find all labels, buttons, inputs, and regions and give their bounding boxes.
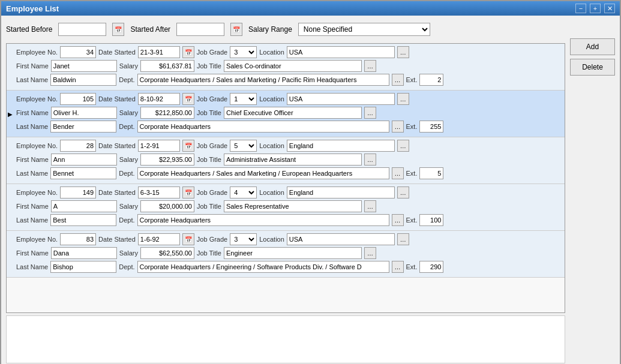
job-title-input[interactable] (224, 60, 362, 72)
emp-no-input[interactable] (60, 186, 96, 198)
ext-input[interactable] (419, 261, 443, 273)
date-calendar-button[interactable]: 📅 (182, 93, 194, 105)
location-input[interactable] (287, 186, 395, 198)
date-started-input[interactable] (138, 186, 180, 198)
started-after-calendar-button[interactable]: 📅 (230, 23, 242, 36)
date-started-label: Date Started (98, 236, 136, 243)
salary-input[interactable] (140, 247, 194, 259)
employee-record[interactable]: Employee No. Date Started 📅 Job Grade 12… (7, 231, 565, 278)
job-title-input[interactable] (224, 107, 362, 119)
job-grade-select[interactable]: 123456 (230, 186, 257, 198)
first-name-input[interactable] (51, 107, 117, 119)
salary-label: Salary (119, 62, 138, 70)
date-started-input[interactable] (138, 46, 180, 58)
date-calendar-button[interactable]: 📅 (182, 140, 194, 152)
location-input[interactable] (287, 46, 395, 58)
dept-input[interactable] (137, 121, 389, 133)
salary-input[interactable] (140, 154, 194, 166)
job-title-more-button[interactable]: … (364, 247, 376, 259)
maximize-button[interactable]: + (590, 4, 601, 13)
emp-no-input[interactable] (60, 93, 96, 105)
dept-more-button[interactable]: … (392, 214, 404, 226)
dept-input[interactable] (137, 74, 389, 86)
last-name-input[interactable] (50, 214, 116, 226)
dept-more-button[interactable]: … (392, 167, 404, 179)
date-calendar-button[interactable]: 📅 (182, 233, 194, 245)
location-more-button[interactable]: … (397, 140, 409, 152)
last-name-input[interactable] (50, 74, 116, 86)
employee-record[interactable]: Employee No. Date Started 📅 Job Grade 12… (7, 184, 565, 231)
date-calendar-button[interactable]: 📅 (182, 46, 194, 58)
started-before-calendar-button[interactable]: 📅 (112, 23, 124, 36)
employee-row-1: Employee No. Date Started 📅 Job Grade 12… (9, 140, 562, 152)
ext-input[interactable] (419, 121, 443, 133)
started-before-input[interactable] (58, 23, 106, 36)
ext-input[interactable] (419, 74, 443, 86)
job-grade-select[interactable]: 123456 (230, 46, 257, 58)
employees-list[interactable]: Employee No. Date Started 📅 Job Grade 12… (6, 43, 565, 313)
started-after-input[interactable] (176, 23, 224, 36)
first-name-input[interactable] (51, 60, 117, 72)
job-grade-select[interactable]: 123456 (230, 140, 257, 152)
employee-row-2: First Name Salary Job Title … (9, 247, 562, 259)
date-started-input[interactable] (138, 140, 180, 152)
job-grade-select[interactable]: 123456 (230, 93, 257, 105)
job-grade-label: Job Grade (197, 142, 227, 149)
job-title-more-button[interactable]: … (364, 60, 376, 72)
date-calendar-button[interactable]: 📅 (182, 186, 194, 198)
employee-record[interactable]: ▶ Employee No. Date Started 📅 Job Grade … (7, 91, 565, 137)
dept-more-button[interactable]: … (392, 121, 404, 133)
dept-input[interactable] (137, 261, 389, 273)
emp-no-input[interactable] (60, 46, 96, 58)
content-area: Started Before 📅 Started After 📅 Salary … (1, 16, 620, 364)
ext-label: Ext. (406, 76, 418, 83)
salary-input[interactable] (140, 200, 194, 212)
last-name-input[interactable] (50, 167, 116, 179)
emp-no-label: Employee No. (16, 142, 58, 149)
job-grade-select[interactable]: 123456 (230, 233, 257, 245)
location-more-button[interactable]: … (397, 233, 409, 245)
first-name-input[interactable] (51, 200, 117, 212)
started-before-label: Started Before (6, 25, 52, 34)
location-more-button[interactable]: … (397, 186, 409, 198)
ext-input[interactable] (419, 214, 443, 226)
job-title-input[interactable] (224, 247, 362, 259)
job-title-input[interactable] (224, 200, 362, 212)
first-name-input[interactable] (51, 154, 117, 166)
job-title-more-button[interactable]: … (364, 200, 376, 212)
date-started-input[interactable] (138, 233, 180, 245)
minimize-button[interactable]: − (575, 4, 586, 13)
location-input[interactable] (287, 140, 395, 152)
job-title-more-button[interactable]: … (364, 107, 376, 119)
dept-more-button[interactable]: … (392, 261, 404, 273)
employee-record[interactable]: Employee No. Date Started 📅 Job Grade 12… (7, 137, 565, 184)
job-title-input[interactable] (224, 154, 362, 166)
last-name-input[interactable] (50, 121, 116, 133)
dept-label: Dept. (119, 263, 134, 270)
location-more-button[interactable]: … (397, 46, 409, 58)
emp-no-label: Employee No. (16, 95, 58, 103)
job-title-more-button[interactable]: … (364, 154, 376, 166)
employee-record[interactable]: Employee No. Date Started 📅 Job Grade 12… (7, 44, 565, 91)
salary-range-select[interactable]: None Specified < $50,000 $50,000 - $100,… (298, 23, 430, 36)
location-input[interactable] (287, 93, 395, 105)
dept-more-button[interactable]: … (392, 74, 404, 86)
location-input[interactable] (287, 233, 395, 245)
add-button[interactable]: Add (570, 38, 615, 55)
location-more-button[interactable]: … (397, 93, 409, 105)
close-button[interactable]: ✕ (604, 4, 615, 13)
first-name-input[interactable] (51, 247, 117, 259)
emp-no-input[interactable] (60, 233, 96, 245)
ext-input[interactable] (419, 167, 443, 179)
delete-button[interactable]: Delete (570, 59, 615, 76)
employee-row-2: First Name Salary Job Title … (9, 154, 562, 166)
salary-input[interactable] (140, 107, 194, 119)
last-name-input[interactable] (50, 261, 116, 273)
dept-input[interactable] (137, 167, 389, 179)
first-name-label: First Name (16, 156, 49, 163)
empty-area (6, 315, 565, 363)
salary-input[interactable] (140, 60, 194, 72)
date-started-input[interactable] (138, 93, 180, 105)
dept-input[interactable] (137, 214, 389, 226)
emp-no-input[interactable] (60, 140, 96, 152)
